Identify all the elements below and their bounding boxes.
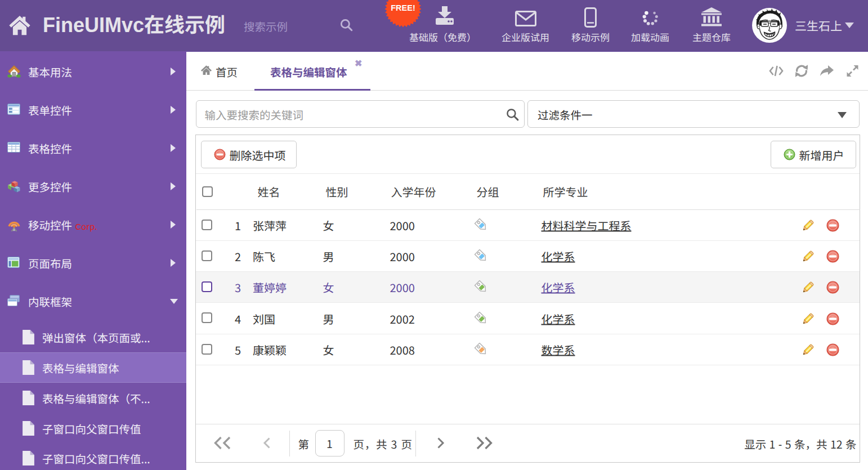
svg-text:FREE!: FREE! [391, 3, 415, 12]
